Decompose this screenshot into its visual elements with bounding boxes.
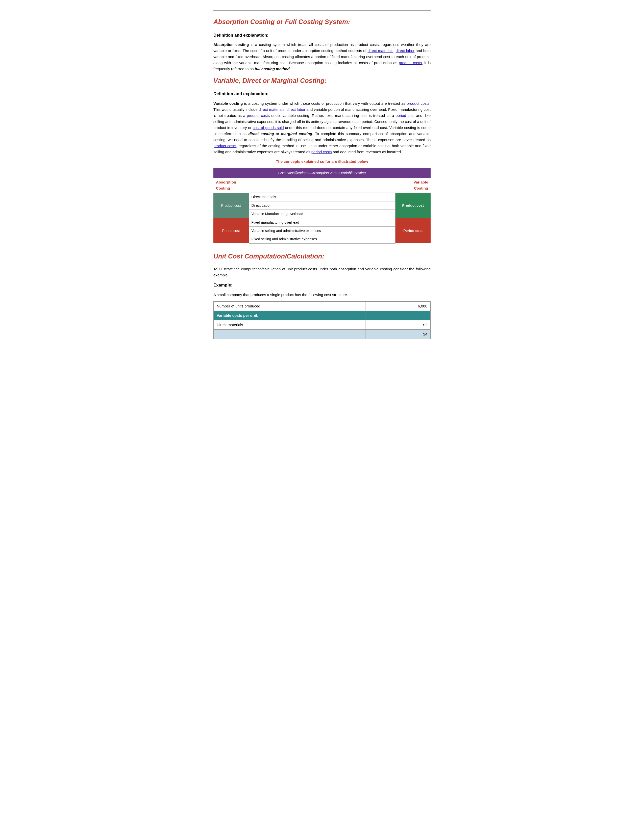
link-product-costs-2[interactable]: product costs [407,101,429,106]
table-header-row: Cost classifications—Absorption versus v… [213,168,431,178]
section1-paragraph: Absorption costing is a costing system w… [213,42,431,72]
direct-costing-term: direct costing [248,132,274,136]
table-header-cell: Cost classifications—Absorption versus v… [213,168,431,178]
full-costing-term: full costing method [254,67,290,71]
col-header-variable: VariableCosting [395,178,431,193]
variable-costs-label: Variable costs per unit: [214,311,365,320]
link-direct-materials-2[interactable]: direct materials [259,107,284,112]
period-cost-left: Period cost [213,218,249,243]
units-produced-label: Number of units produced [214,301,365,311]
link-direct-labor-2[interactable]: direct labor [287,107,305,112]
link-period-cost-1[interactable]: period cost [396,113,414,117]
link-product-costs-3[interactable]: product costs [247,113,270,117]
link-product-costs-4[interactable]: product costs [213,144,236,148]
variable-mfg-row: Variable Manufacturing overhead [249,210,395,218]
table-row: $4 [214,330,431,339]
section1-subheading: Definition and explanation: [213,32,431,39]
link-direct-labor-1[interactable]: direct labor [396,48,415,53]
top-divider [213,10,431,11]
absorption-costing-term: Absorption costing [213,42,249,47]
product-cost-left: Product cost [213,193,249,218]
link-product-costs-1[interactable]: product costs [399,61,422,65]
table-row: Direct materials $2 [214,320,431,330]
blank-label [214,330,365,339]
blank-value: $4 [365,330,431,339]
section2-subheading: Definition and explanation: [213,90,431,97]
link-period-costs-2[interactable]: period costs [311,150,332,154]
table-row: Variable costs per unit: [214,311,431,320]
direct-materials-row: Direct materials [249,193,395,201]
col-header-middle [249,178,395,193]
example-intro: A small company that produces a single p… [213,292,431,298]
fixed-selling-row: Fixed selling and administrative expense… [249,235,395,243]
col-header-absorption: AbsorptionCosting [213,178,249,193]
section2-paragraph: Variable costing is a costing system und… [213,100,431,155]
direct-materials-label: Direct materials [214,320,365,330]
cost-classification-table: Cost classifications—Absorption versus v… [213,168,431,244]
direct-labor-row: Direct Labor [249,201,395,209]
direct-materials-value: $2 [365,320,431,330]
section3-title: Unit Cost Computation/Calculation: [213,251,431,262]
table-col-headers: AbsorptionCosting VariableCosting [213,178,431,193]
illustration-note: The concepts explained so for are illust… [213,159,431,165]
variable-costing-label: VariableCosting [414,180,428,190]
section2-title: Variable, Direct or Marginal Costing: [213,76,431,86]
variable-costing-term: Variable costing [213,101,243,106]
section1-title: Absorption Costing or Full Costing Syste… [213,17,431,27]
table-row: Period cost Fixed manufacturing overhead… [213,218,431,227]
fixed-mfg-row: Fixed manufacturing overhead [249,218,395,227]
period-cost-right: Period cost [395,218,431,243]
cost-table: Cost classifications—Absorption versus v… [213,168,431,244]
example-heading: Example: [213,282,431,288]
variable-costs-value [365,311,431,320]
product-cost-right: Product cost [395,193,431,218]
units-produced-value: 6,000 [365,301,431,311]
section3-intro: To illustrate the computation/calculatio… [213,266,431,278]
table-row: Product cost Direct materials Product co… [213,193,431,201]
absorption-costing-label: AbsorptionCosting [216,180,236,190]
example-table: Number of units produced 6,000 Variable … [213,301,431,339]
link-direct-materials-1[interactable]: direct materials [367,48,393,53]
link-cost-of-goods-sold[interactable]: cost of goods sold [253,125,284,130]
table-row: Number of units produced 6,000 [214,301,431,311]
marginal-costing-term: marginal costing [281,132,312,136]
variable-selling-row: Variable selling and administrative expe… [249,227,395,235]
